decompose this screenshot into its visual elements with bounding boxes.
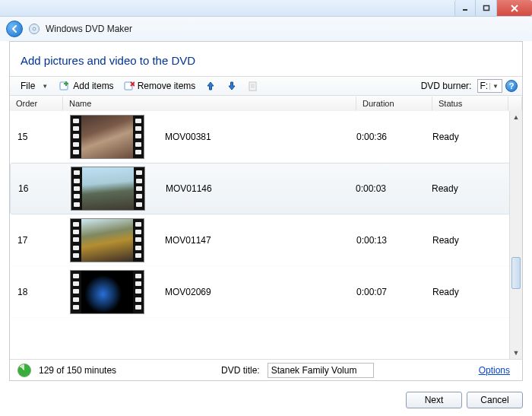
help-button[interactable]: ?: [505, 80, 518, 92]
cell-status: Ready: [432, 132, 508, 142]
cell-thumb: [63, 115, 151, 159]
cell-duration: 0:00:36: [356, 132, 432, 142]
cell-status: Ready: [432, 235, 508, 246]
scroll-down-icon[interactable]: ▼: [510, 347, 522, 359]
remove-icon: [123, 80, 135, 92]
cell-order: 17: [10, 235, 63, 246]
chevron-down-icon: ▼: [489, 83, 500, 90]
cell-thumb: [64, 167, 152, 211]
col-scroll: [508, 97, 522, 110]
add-items-button[interactable]: Add items: [55, 78, 116, 94]
svg-point-3: [33, 27, 36, 30]
properties-button[interactable]: [244, 78, 262, 94]
add-icon: [59, 80, 71, 92]
minutes-text: 129 of 150 minutes: [39, 365, 116, 376]
file-menu[interactable]: File ▼: [14, 79, 52, 93]
window-titlebar: [0, 0, 532, 17]
col-order[interactable]: Order: [10, 97, 63, 110]
cancel-button[interactable]: Cancel: [467, 392, 523, 408]
scroll-track[interactable]: [510, 123, 522, 347]
cell-status: Ready: [432, 183, 508, 194]
items-list: 15MOV003810:00:36Ready16MOV011460:00:03R…: [10, 111, 522, 359]
table-row[interactable]: 17MOV011470:00:13Ready: [10, 214, 522, 266]
filmstrip-icon: [70, 270, 144, 314]
footer-buttons: Next Cancel: [0, 387, 532, 416]
cell-duration: 0:00:07: [356, 287, 432, 297]
disc-usage-icon: [17, 364, 31, 377]
col-duration[interactable]: Duration: [356, 97, 432, 110]
main-panel: Add pictures and video to the DVD File ▼…: [9, 41, 523, 381]
arrow-down-icon: [226, 80, 238, 92]
filmstrip-icon: [70, 115, 144, 159]
app-icon: [27, 22, 41, 36]
scrollbar[interactable]: ▲ ▼: [509, 111, 522, 359]
cell-order: 18: [10, 287, 63, 297]
nav-bar: Windows DVD Maker: [0, 17, 532, 41]
minimize-button[interactable]: [454, 0, 476, 16]
cell-name: MOV00381: [151, 132, 356, 142]
maximize-button[interactable]: [476, 0, 497, 16]
scroll-up-icon[interactable]: ▲: [510, 111, 522, 123]
col-name[interactable]: Name: [63, 97, 356, 110]
column-headers: Order Name Duration Status: [10, 96, 522, 111]
cell-name: MOV02069: [151, 287, 356, 297]
arrow-up-icon: [204, 80, 217, 92]
remove-items-label: Remove items: [138, 81, 196, 91]
toolbar: File ▼ Add items Remove items: [10, 76, 522, 96]
cell-status: Ready: [432, 287, 508, 297]
close-button[interactable]: [497, 0, 532, 16]
page-heading: Add pictures and video to the DVD: [10, 42, 522, 76]
help-icon: ?: [509, 81, 515, 91]
cell-thumb: [63, 270, 151, 314]
table-row[interactable]: 16MOV011460:00:03Ready: [10, 163, 522, 214]
next-button[interactable]: Next: [406, 392, 462, 408]
burner-label: DVD burner:: [418, 81, 475, 91]
options-link[interactable]: Options: [479, 365, 510, 376]
cell-duration: 0:00:13: [356, 235, 432, 246]
remove-items-button[interactable]: Remove items: [120, 78, 199, 94]
move-up-button[interactable]: [201, 78, 220, 94]
cell-duration: 0:00:03: [356, 183, 432, 194]
dvd-title-input[interactable]: [268, 363, 374, 378]
burner-select[interactable]: F: ▼: [477, 79, 502, 93]
filmstrip-icon: [70, 218, 144, 262]
cell-name: MOV01146: [152, 183, 356, 194]
properties-icon: [247, 80, 259, 92]
table-row[interactable]: 15MOV003810:00:36Ready: [10, 111, 522, 163]
filmstrip-icon: [71, 167, 145, 211]
col-status[interactable]: Status: [432, 97, 508, 110]
cell-order: 16: [11, 183, 64, 194]
table-row[interactable]: 18MOV020690:00:07Ready: [10, 266, 522, 318]
app-title: Windows DVD Maker: [46, 24, 132, 34]
status-bar: 129 of 150 minutes DVD title: Options: [10, 359, 522, 380]
dvd-title-label: DVD title:: [221, 365, 260, 376]
file-label: File: [17, 81, 38, 91]
chevron-down-icon: ▼: [40, 83, 49, 90]
cell-thumb: [63, 218, 151, 262]
back-button[interactable]: [6, 21, 23, 37]
cell-name: MOV01147: [151, 235, 356, 246]
svg-rect-1: [483, 5, 489, 10]
scroll-thumb[interactable]: [511, 257, 521, 289]
burner-value: F:: [480, 81, 488, 91]
add-items-label: Add items: [73, 81, 113, 91]
move-down-button[interactable]: [223, 78, 241, 94]
cell-order: 15: [10, 132, 63, 142]
